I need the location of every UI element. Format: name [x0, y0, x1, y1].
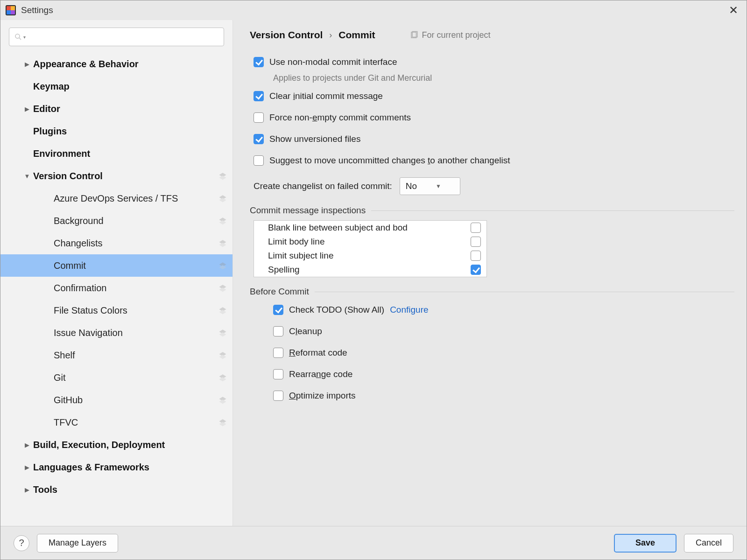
sidebar-item-git[interactable]: Git [0, 366, 233, 389]
sidebar-item-label: Commit [54, 260, 218, 271]
sidebar-item-issue-navigation[interactable]: Issue Navigation [0, 322, 233, 344]
show-unversioned-checkbox[interactable] [254, 134, 264, 144]
sidebar-item-label: Version Control [33, 171, 218, 182]
sidebar-item-languages-frameworks[interactable]: ▶Languages & Frameworks [0, 456, 233, 478]
layers-icon [218, 261, 227, 270]
svg-rect-3 [7, 10, 11, 14]
clear-initial-label: Clear initial commit message [269, 91, 383, 101]
cleanup-checkbox[interactable] [273, 326, 283, 336]
svg-line-6 [19, 38, 21, 40]
sidebar-item-editor[interactable]: ▶Editor [0, 98, 233, 120]
inspection-row[interactable]: Limit subject line [254, 249, 486, 263]
clear-initial-checkbox[interactable] [254, 91, 264, 101]
inspection-label: Limit body line [268, 237, 324, 247]
sidebar-item-file-status-colors[interactable]: File Status Colors [0, 299, 233, 322]
inspections-header: Commit message inspections [250, 205, 734, 216]
svg-marker-20 [219, 310, 226, 314]
tree-caret-icon: ▼ [21, 173, 33, 180]
inspection-checkbox[interactable] [471, 251, 481, 261]
sidebar-item-confirmation[interactable]: Confirmation [0, 277, 233, 299]
reformat-checkbox[interactable] [273, 348, 283, 358]
create-changelist-select[interactable]: No ▼ [400, 177, 460, 195]
layers-icon [218, 373, 227, 382]
inspection-row[interactable]: Spelling [254, 263, 486, 277]
search-input[interactable]: ▾ [9, 28, 224, 46]
layers-icon [218, 217, 227, 225]
sidebar-item-label: Editor [33, 104, 227, 114]
scope-hint: For current project [410, 30, 491, 40]
sidebar-item-github[interactable]: GitHub [0, 389, 233, 411]
sidebar-item-label: Languages & Frameworks [33, 462, 227, 473]
sidebar-item-build-execution-deployment[interactable]: ▶Build, Execution, Deployment [0, 434, 233, 456]
svg-marker-24 [219, 355, 226, 359]
chevron-down-icon: ▼ [436, 183, 441, 189]
save-button[interactable]: Save [614, 534, 677, 553]
sidebar-item-tools[interactable]: ▶Tools [0, 478, 233, 501]
configure-link[interactable]: Configure [390, 305, 428, 315]
project-scope-icon [410, 31, 418, 39]
svg-marker-18 [219, 287, 226, 292]
sidebar-item-commit[interactable]: Commit [0, 254, 233, 277]
layers-icon [218, 284, 227, 292]
inspection-label: Spelling [268, 265, 300, 275]
layers-icon [218, 239, 227, 247]
sidebar-item-label: File Status Colors [54, 305, 218, 316]
breadcrumb-current: Commit [338, 29, 375, 41]
svg-marker-30 [219, 422, 226, 426]
sidebar-item-version-control[interactable]: ▼Version Control [0, 165, 233, 187]
settings-sidebar: ▾ ▶Appearance & BehaviorKeymap▶EditorPlu… [0, 20, 233, 526]
cancel-button[interactable]: Cancel [684, 534, 733, 553]
show-unversioned-label: Show unversioned files [269, 134, 360, 144]
sidebar-item-plugins[interactable]: Plugins [0, 120, 233, 142]
layers-icon [218, 194, 227, 203]
sidebar-item-background[interactable]: Background [0, 210, 233, 232]
sidebar-item-label: Keymap [33, 81, 227, 92]
optimize-checkbox[interactable] [273, 391, 283, 401]
sidebar-item-keymap[interactable]: Keymap [0, 75, 233, 98]
manage-layers-button[interactable]: Manage Layers [37, 534, 118, 553]
footer: ? Manage Layers Save Cancel [0, 526, 747, 560]
sidebar-item-tfvc[interactable]: TFVC [0, 411, 233, 434]
inspection-row[interactable]: Blank line between subject and bod [254, 221, 486, 235]
sidebar-item-label: TFVC [54, 417, 218, 428]
sidebar-item-label: Changelists [54, 238, 218, 249]
sidebar-item-shelf[interactable]: Shelf [0, 344, 233, 366]
sidebar-item-appearance-behavior[interactable]: ▶Appearance & Behavior [0, 53, 233, 75]
rearrange-label: Rearrange code [289, 369, 352, 379]
svg-marker-28 [219, 399, 226, 404]
sidebar-item-changelists[interactable]: Changelists [0, 232, 233, 254]
force-nonempty-checkbox[interactable] [254, 112, 264, 123]
rearrange-checkbox[interactable] [273, 369, 283, 379]
sidebar-item-azure-devops-services-tfs[interactable]: Azure DevOps Services / TFS [0, 187, 233, 210]
svg-marker-22 [219, 332, 226, 336]
inspection-checkbox[interactable] [471, 237, 481, 247]
inspection-label: Limit subject line [268, 251, 333, 261]
svg-marker-10 [219, 198, 226, 202]
app-icon [5, 5, 16, 16]
sidebar-item-label: Background [54, 216, 218, 226]
check-todo-label: Check TODO (Show All) [289, 305, 384, 315]
use-nonmodal-desc: Applies to projects under Git and Mercur… [254, 73, 734, 83]
layers-icon [218, 329, 227, 337]
sidebar-item-label: GitHub [54, 395, 218, 406]
titlebar: Settings ✕ [0, 0, 747, 20]
inspection-checkbox[interactable] [471, 265, 481, 275]
inspection-checkbox[interactable] [471, 223, 481, 233]
check-todo-checkbox[interactable] [273, 305, 283, 315]
sidebar-item-environment[interactable]: Environment [0, 142, 233, 165]
settings-window: Settings ✕ ▾ ▶Appearance & BehaviorKeyma… [0, 0, 747, 560]
inspection-row[interactable]: Limit body line [254, 235, 486, 249]
search-icon [14, 33, 22, 41]
settings-tree: ▶Appearance & BehaviorKeymap▶EditorPlugi… [0, 51, 233, 526]
close-icon[interactable]: ✕ [725, 2, 742, 19]
suggest-move-label: Suggest to move uncommitted changes to a… [269, 155, 510, 166]
inspections-table: Blank line between subject and bodLimit … [254, 220, 487, 277]
sidebar-item-label: Environment [33, 148, 227, 159]
use-nonmodal-checkbox[interactable] [254, 57, 264, 67]
layers-icon [218, 306, 227, 315]
sidebar-item-label: Shelf [54, 350, 218, 361]
help-button[interactable]: ? [14, 535, 29, 551]
search-caret-icon[interactable]: ▾ [23, 35, 26, 40]
suggest-move-checkbox[interactable] [254, 155, 264, 166]
reformat-label: Reformat code [289, 348, 347, 358]
